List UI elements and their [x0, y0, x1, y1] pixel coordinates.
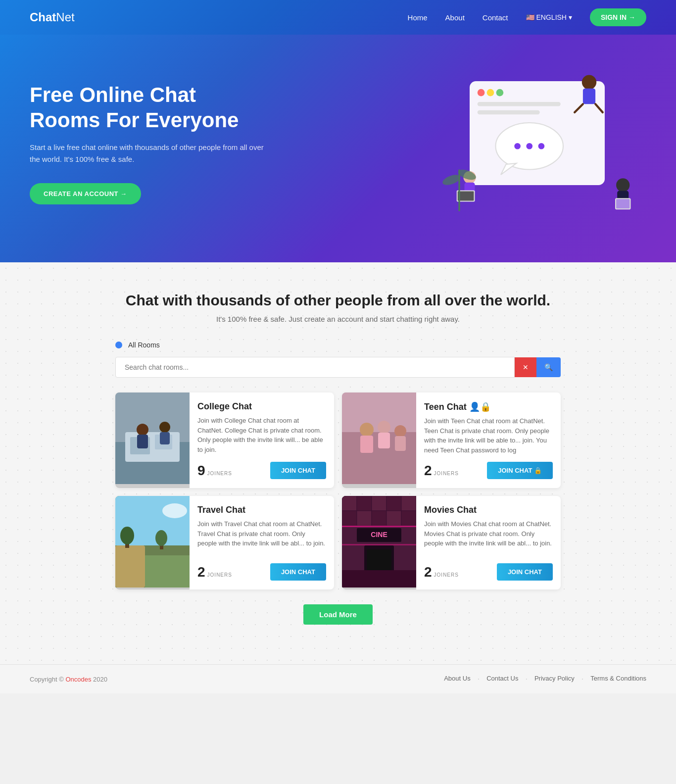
footer: Copyright © Oncodes 2020 About Us · Cont…	[0, 664, 676, 693]
svg-point-10	[538, 143, 545, 149]
svg-rect-56	[357, 496, 372, 511]
footer-brand-link[interactable]: Oncodes	[65, 676, 91, 683]
search-clear-button[interactable]: ✕	[515, 357, 536, 377]
svg-rect-58	[386, 496, 401, 511]
room-name-teen: Teen Chat 👤🔒	[424, 401, 553, 412]
svg-rect-46	[145, 555, 190, 588]
hero-illustration	[438, 64, 646, 223]
svg-rect-64	[401, 511, 416, 526]
room-image-teen	[342, 392, 416, 488]
svg-rect-38	[360, 436, 373, 453]
svg-point-1	[478, 89, 485, 97]
svg-point-31	[137, 424, 148, 436]
svg-rect-18	[458, 192, 474, 201]
join-chat-college[interactable]: JOIN CHAT	[270, 462, 326, 479]
search-go-button[interactable]: 🔍	[536, 357, 561, 377]
brand-net: Net	[56, 10, 74, 24]
section-title: Chat with thousands of other people from…	[30, 292, 646, 309]
footer-link-terms[interactable]: Terms & Conditions	[590, 675, 646, 684]
load-more-button[interactable]: Load More	[303, 604, 373, 625]
room-body-movies: Movies Chat Join with Movies Chat chat r…	[416, 496, 561, 589]
room-card-college: College Chat Join with College Chat chat…	[115, 392, 334, 488]
room-joiners-teen: 2 JOINERS	[424, 463, 459, 479]
footer-link-privacy[interactable]: Privacy Policy	[534, 675, 575, 684]
hero-title: Free Online Chat Rooms For Everyone	[30, 83, 267, 133]
room-card-movies: CINE Movies Chat Join with Movies Chat c…	[342, 496, 561, 589]
search-input[interactable]	[115, 357, 515, 378]
search-bar: ✕ 🔍	[115, 357, 561, 378]
svg-point-50	[120, 527, 134, 544]
svg-rect-60	[342, 511, 357, 526]
join-chat-teen[interactable]: JOIN CHAT 🔒	[487, 462, 553, 479]
room-desc-college: Join with College Chat chat room at Chat…	[197, 416, 326, 455]
svg-text:CINE: CINE	[371, 531, 387, 539]
room-footer-movies: 2 JOINERS JOIN CHAT	[424, 563, 553, 581]
svg-rect-55	[342, 496, 357, 511]
room-desc-teen: Join with Teen Chat chat room at ChatNet…	[424, 416, 553, 455]
room-body-teen: Teen Chat 👤🔒 Join with Teen Chat chat ro…	[416, 392, 561, 488]
svg-rect-42	[395, 436, 406, 451]
room-card-teen: Teen Chat 👤🔒 Join with Teen Chat chat ro…	[342, 392, 561, 488]
room-image-college	[115, 392, 190, 488]
nav-contact[interactable]: Contact	[483, 13, 508, 22]
svg-rect-22	[616, 199, 629, 208]
nav-home[interactable]: Home	[408, 13, 428, 22]
svg-point-48	[162, 503, 187, 518]
hero-content: Free Online Chat Rooms For Everyone Star…	[30, 83, 267, 204]
svg-rect-34	[160, 432, 170, 444]
svg-rect-4	[478, 102, 561, 106]
room-joiners-travel: 2 JOINERS	[197, 564, 232, 580]
room-desc-movies: Join with Movies Chat chat room at ChatN…	[424, 519, 553, 556]
footer-link-about[interactable]: About Us	[444, 675, 470, 684]
svg-rect-59	[401, 496, 416, 511]
footer-link-contact[interactable]: Contact Us	[486, 675, 518, 684]
load-more-wrap: Load More	[115, 604, 561, 625]
room-name-travel: Travel Chat	[197, 505, 326, 515]
svg-point-41	[394, 425, 406, 437]
signin-button[interactable]: SIGN IN →	[590, 8, 646, 26]
brand-chat: Chat	[30, 10, 56, 24]
room-name-college: College Chat	[197, 401, 326, 412]
hero-subtitle: Start a live free chat online with thous…	[30, 142, 267, 165]
svg-point-19	[616, 178, 629, 192]
footer-links: About Us · Contact Us · Privacy Policy ·…	[444, 675, 646, 684]
svg-point-11	[582, 75, 596, 89]
svg-rect-71	[342, 570, 416, 588]
svg-rect-61	[357, 511, 372, 526]
filter-bar: All Rooms	[115, 341, 561, 349]
brand-logo[interactable]: ChatNet	[30, 10, 75, 24]
svg-rect-12	[583, 89, 595, 104]
nav-about[interactable]: About	[445, 13, 465, 22]
svg-rect-63	[386, 511, 401, 526]
svg-rect-69	[342, 526, 416, 527]
svg-point-33	[159, 422, 170, 433]
room-footer-travel: 2 JOINERS JOIN CHAT	[197, 563, 326, 581]
join-chat-travel[interactable]: JOIN CHAT	[270, 563, 326, 581]
filter-all-rooms[interactable]: All Rooms	[128, 341, 160, 349]
room-joiners-college: 9 JOINERS	[197, 463, 232, 479]
svg-rect-57	[372, 496, 386, 511]
language-selector[interactable]: 🇺🇸 ENGLISH ▾	[526, 13, 572, 21]
room-body-travel: Travel Chat Join with Travel Chat chat r…	[190, 496, 334, 589]
svg-point-2	[487, 89, 494, 97]
footer-copyright: Copyright © Oncodes 2020	[30, 676, 107, 683]
room-joiners-movies: 2 JOINERS	[424, 564, 459, 580]
room-image-travel	[115, 496, 190, 589]
create-account-button[interactable]: CREATE AN ACCOUNT →	[30, 183, 141, 204]
room-footer-teen: 2 JOINERS JOIN CHAT 🔒	[424, 462, 553, 479]
rooms-grid: College Chat Join with College Chat chat…	[115, 392, 561, 589]
room-body-college: College Chat Join with College Chat chat…	[190, 392, 334, 488]
room-desc-travel: Join with Travel Chat chat room at ChatN…	[197, 519, 326, 556]
filter-dot	[115, 342, 122, 348]
svg-point-39	[378, 421, 390, 434]
svg-point-3	[496, 89, 504, 97]
join-chat-movies[interactable]: JOIN CHAT	[497, 563, 553, 581]
svg-point-8	[514, 143, 521, 149]
svg-point-37	[360, 423, 374, 437]
room-footer-college: 9 JOINERS JOIN CHAT	[197, 462, 326, 479]
room-name-movies: Movies Chat	[424, 505, 553, 515]
svg-rect-32	[137, 435, 148, 448]
nav-links: Home About Contact 🇺🇸 ENGLISH ▾ SIGN IN …	[408, 8, 646, 26]
svg-rect-62	[372, 511, 386, 526]
svg-rect-5	[478, 110, 540, 114]
